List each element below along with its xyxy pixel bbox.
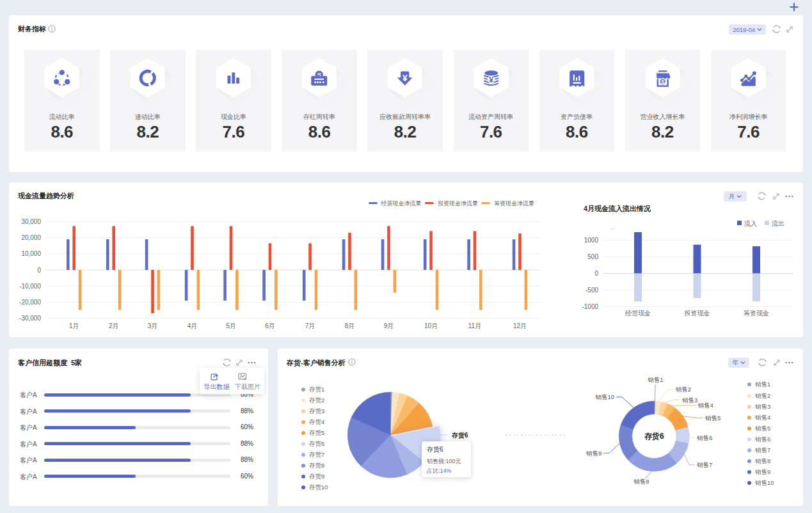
svg-text:存货6: 存货6: [644, 432, 664, 441]
svg-text:1月: 1月: [69, 322, 79, 329]
svg-text:12月: 12月: [513, 322, 527, 329]
svg-text:0: 0: [594, 270, 598, 277]
svg-text:-30,000: -30,000: [19, 315, 41, 322]
svg-text:经营现金: 经营现金: [625, 310, 651, 317]
svg-text:6月: 6月: [265, 322, 275, 329]
svg-text:筹资现金: 筹资现金: [744, 310, 769, 317]
svg-text:11月: 11月: [468, 322, 481, 329]
svg-text:4月: 4月: [187, 322, 198, 329]
svg-text:-10,000: -10,000: [19, 283, 41, 290]
svg-text:销售6: 销售6: [697, 434, 712, 441]
svg-text:-20,000: -20,000: [19, 299, 41, 306]
svg-text:投资现金: 投资现金: [685, 310, 710, 317]
svg-text:销售3: 销售3: [682, 397, 697, 404]
svg-text:10,000: 10,000: [21, 250, 41, 257]
svg-text:¥: ¥: [402, 74, 408, 83]
svg-text:存货6: 存货6: [451, 432, 468, 439]
svg-text:8月: 8月: [345, 322, 355, 329]
svg-text:销售1: 销售1: [648, 376, 663, 383]
svg-text:9月: 9月: [384, 322, 394, 329]
svg-text:销售7: 销售7: [697, 461, 712, 468]
svg-text:-1000: -1000: [582, 303, 598, 310]
svg-text:10月: 10月: [424, 322, 438, 329]
svg-text:销售2: 销售2: [676, 386, 691, 393]
svg-text:30,000: 30,000: [21, 218, 41, 225]
svg-text:销售10: 销售10: [595, 393, 614, 400]
svg-text:7月: 7月: [305, 322, 315, 329]
svg-text:0: 0: [37, 267, 41, 274]
svg-text:$: $: [661, 79, 664, 85]
svg-text:1000: 1000: [584, 237, 599, 244]
svg-text:20,000: 20,000: [21, 234, 41, 241]
svg-text:销售5: 销售5: [705, 414, 720, 422]
svg-text:销售9: 销售9: [586, 450, 601, 457]
svg-text:3月: 3月: [148, 322, 158, 329]
svg-text:销售4: 销售4: [698, 402, 713, 409]
svg-text:-500: -500: [585, 287, 598, 294]
svg-text:¥: ¥: [489, 75, 494, 84]
svg-text:2月: 2月: [109, 322, 119, 329]
svg-text:销售8: 销售8: [633, 478, 649, 485]
svg-text:500: 500: [587, 253, 598, 260]
svg-text:5月: 5月: [226, 322, 236, 329]
